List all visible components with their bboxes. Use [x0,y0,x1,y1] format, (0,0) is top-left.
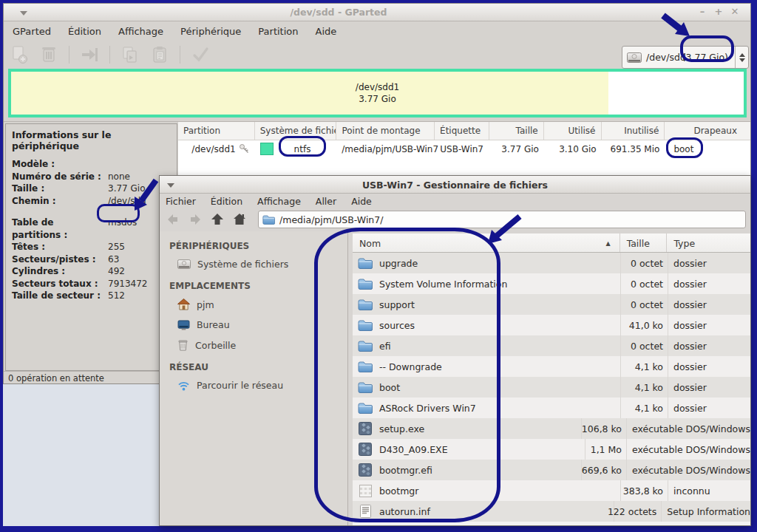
file-name: autorun.inf [379,506,430,517]
col-flags[interactable]: Drapeaux [665,122,750,140]
executable-icon [358,422,373,435]
col-taille[interactable]: Taille [620,233,668,252]
menu-aide[interactable]: Aide [351,196,372,206]
copy-icon[interactable] [120,45,140,64]
file-type: dossier [668,403,707,414]
resize-move-icon[interactable] [80,45,99,64]
file-type: exécutable DOS/Windows [627,423,750,434]
menu-edition[interactable]: Édition [211,196,242,206]
col-partition[interactable]: Partition [178,122,255,140]
file-name: -- Downgrade [379,361,442,372]
info-value: none [103,171,130,183]
gparted-titlebar[interactable]: /dev/sdd - GParted – + ✕ [4,4,750,21]
file-type: inconnu [668,485,710,497]
sidebar-item-trash[interactable]: Corbeille [169,335,347,355]
home-nav-icon[interactable] [232,212,247,227]
col-filesystem[interactable]: Système de fichiers [255,122,337,140]
delete-partition-icon[interactable] [39,45,58,64]
file-type: dossier [668,341,707,352]
new-partition-icon[interactable] [10,45,29,64]
up-icon[interactable] [210,212,225,227]
toolbar-separator [180,46,180,64]
file-row[interactable]: bootmgr 383,8 ko inconnu [353,480,750,501]
fm-sidebar: PÉRIPHÉRIQUES Système de fichiers EMPLAC… [160,231,348,525]
file-row[interactable]: -- Downgrade 4,1 ko dossier [353,356,750,377]
device-selector[interactable]: /dev/sdd (3.77 Gio) [622,46,749,69]
file-size: 4,1 ko [621,356,668,377]
menu-aide[interactable]: Aide [316,26,337,37]
menu-gparted[interactable]: GParted [13,26,51,37]
file-row[interactable]: boot 4,1 ko dossier [353,377,750,398]
file-row[interactable]: efi 0 octet dossier [353,335,750,356]
file-row[interactable]: autorun.inf 122 octets Setup Information [353,501,750,522]
file-name: System Volume Information [379,279,507,290]
file-row[interactable]: ASRock Drivers Win7 4,1 ko dossier [353,398,750,418]
menu-partition[interactable]: Partition [258,26,298,37]
partition-visual-bar[interactable]: /dev/sdd1 3.77 Gio [8,69,747,117]
col-size[interactable]: Taille [489,122,544,140]
file-row[interactable]: System Volume Information 0 octet dossie… [353,273,750,294]
file-row[interactable]: upgrade 0 octet dossier [353,253,750,273]
device-spinner[interactable] [735,47,748,68]
file-row[interactable]: support 0 octet dossier [353,294,750,315]
folder-icon [358,339,373,352]
file-row[interactable]: D430_A09.EXE 1,1 Mo exécutable DOS/Windo… [353,439,750,460]
file-row[interactable]: setup.exe 106,8 ko exécutable DOS/Window… [353,418,750,439]
spin-up-icon[interactable] [739,53,745,57]
minimize-button[interactable]: – [697,6,707,17]
file-row[interactable]: sources 41,0 ko dossier [353,315,750,335]
col-unused[interactable]: Inutilisé [602,122,665,140]
col-mountpoint[interactable]: Point de montage [336,122,435,140]
info-label: Numéro de série : [12,171,103,183]
sidebar-item-desktop[interactable]: Bureau [169,315,347,335]
gparted-window-controls: – + ✕ [697,6,740,17]
fm-titlebar[interactable]: USB-Win7 - Gestionnaire de fichiers [160,176,750,194]
file-row[interactable]: bootmgr.efi 669,6 ko exécutable DOS/Wind… [353,460,750,480]
paste-icon[interactable] [150,45,169,64]
menu-fichier[interactable]: Fichier [166,196,196,206]
menu-edition[interactable]: Édition [68,26,101,37]
spin-down-icon[interactable] [739,58,745,62]
sidebar-item-filesystem[interactable]: Système de fichiers [169,254,347,274]
menu-peripherique[interactable]: Périphérique [180,26,241,37]
window-menu-icon[interactable] [20,11,27,16]
folder-icon [358,360,373,373]
device-info-panel: Informations sur le périphérique Modèle … [5,123,177,371]
folder-icon [358,298,373,311]
cell-filesystem: ntfs [255,140,337,157]
info-label: Têtes : [12,241,103,253]
col-type[interactable]: Type [667,233,750,252]
back-icon[interactable] [166,212,180,227]
forward-icon[interactable] [188,212,203,227]
file-type: dossier [668,320,707,331]
sidebar-section-devices: PÉRIPHÉRIQUES [169,241,347,251]
file-name: support [379,299,415,310]
fm-menubar: Fichier Édition Affichage Aller Aide [160,194,750,208]
sidebar-item-home[interactable]: pjm [169,294,347,315]
sidebar-item-network[interactable]: Parcourir le réseau [169,375,347,395]
partition-row[interactable]: /dev/sdd1 ntfs /media/pjm/USB-Win7 USB-W… [178,140,750,157]
file-size: 1,1 Mo [585,439,627,460]
col-label[interactable]: Étiquette [435,122,489,140]
path-bar[interactable]: /media/pjm/USB-Win7/ [258,211,746,228]
window-menu-icon[interactable] [167,183,174,188]
folder-icon [358,318,373,332]
maximize-button[interactable]: + [713,6,724,17]
partition-table-header: Partition Système de fichiers Point de m… [178,122,750,140]
col-used[interactable]: Utilisé [544,122,602,140]
close-button[interactable]: ✕ [730,6,740,17]
file-type: dossier [668,361,707,372]
file-manager-window: USB-Win7 - Gestionnaire de fichiers Fich… [159,175,751,526]
info-label: Table de partitions : [12,216,103,241]
col-nom[interactable]: Nom ▲ [353,233,620,252]
file-name: bootmgr.efi [379,465,432,476]
info-value: 3.77 Gio [103,183,146,195]
apply-icon[interactable] [191,45,210,64]
menu-aller[interactable]: Aller [316,196,336,206]
path-text[interactable]: /media/pjm/USB-Win7/ [279,214,383,225]
file-size: 106,8 ko [582,418,627,439]
menu-affichage[interactable]: Affichage [257,196,301,206]
menu-affichage[interactable]: Affichage [118,26,163,37]
sort-ascending-icon[interactable]: ▲ [605,240,610,247]
desktop-icon [177,320,190,330]
